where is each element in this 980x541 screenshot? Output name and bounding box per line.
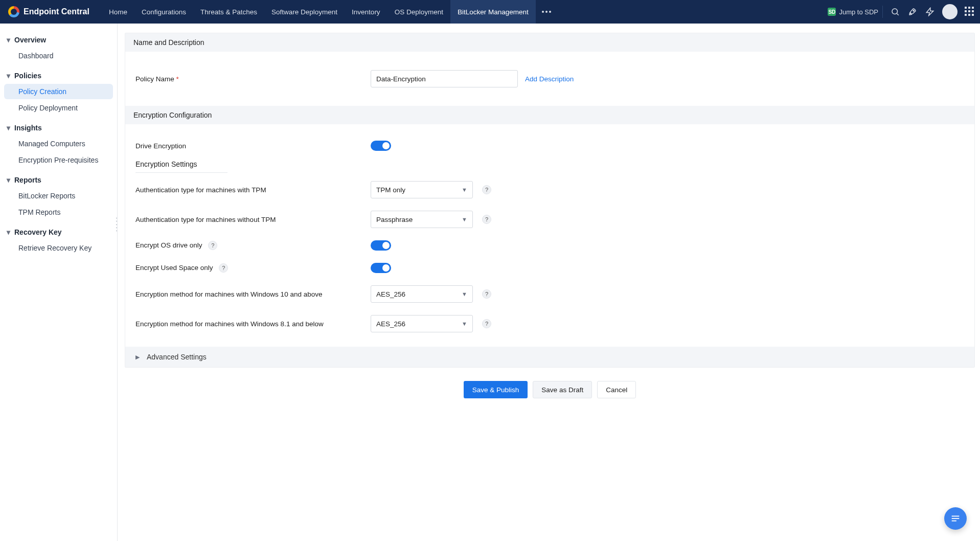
policy-name-input[interactable]	[371, 70, 518, 87]
policy-name-label: Policy Name	[135, 75, 371, 83]
svg-marker-3	[926, 8, 933, 16]
brand[interactable]: Endpoint Central	[8, 6, 89, 17]
drive-encryption-label: Drive Encryption	[135, 142, 371, 150]
select-value: Passphrase	[376, 216, 413, 223]
chevron-down-icon: ▼	[462, 321, 467, 327]
jump-to-sdp[interactable]: SD Jump to SDP	[828, 6, 883, 18]
encrypt-used-space-toggle[interactable]	[371, 263, 391, 273]
sidebar-item-dashboard[interactable]: Dashboard	[4, 48, 113, 63]
chevron-right-icon: ▶	[135, 354, 140, 360]
search-icon[interactable]	[890, 7, 900, 17]
sidebar-group-label: Insights	[14, 124, 42, 132]
help-icon[interactable]: ?	[482, 319, 491, 328]
sidebar-item-retrieve-recovery-key[interactable]: Retrieve Recovery Key	[4, 240, 113, 256]
drive-encryption-toggle[interactable]	[371, 141, 391, 151]
add-description-link[interactable]: Add Description	[525, 75, 574, 83]
select-value: AES_256	[376, 320, 405, 328]
help-fab[interactable]	[944, 507, 967, 530]
sidebar-group-recovery-key[interactable]: ▾ Recovery Key	[0, 225, 117, 239]
nav-more[interactable]	[536, 0, 557, 24]
sidebar-item-bitlocker-reports[interactable]: BitLocker Reports	[4, 188, 113, 204]
jump-label: Jump to SDP	[839, 8, 878, 16]
help-icon[interactable]: ?	[482, 215, 491, 224]
help-icon[interactable]: ?	[208, 241, 217, 250]
chevron-down-icon: ▾	[5, 177, 11, 183]
save-publish-button[interactable]: Save & Publish	[464, 381, 528, 398]
help-icon[interactable]: ?	[482, 289, 491, 299]
save-draft-button[interactable]: Save as Draft	[533, 381, 592, 398]
encrypt-os-only-label: Encrypt OS drive only ?	[135, 241, 371, 250]
top-nav: Endpoint Central Home Configurations Thr…	[0, 0, 980, 24]
cancel-button[interactable]: Cancel	[597, 381, 636, 398]
advanced-settings-toggle[interactable]: ▶ Advanced Settings	[125, 347, 974, 367]
encrypt-used-space-label: Encrypt Used Space only ?	[135, 263, 371, 273]
brand-logo-icon	[8, 6, 19, 17]
nav-threats-patches[interactable]: Threats & Patches	[193, 0, 264, 24]
method-win10-label: Encryption method for machines with Wind…	[135, 290, 371, 298]
select-value: TPM only	[376, 186, 405, 194]
chevron-down-icon: ▼	[462, 187, 467, 193]
nav-bitlocker-management[interactable]: BitLocker Management	[450, 0, 536, 24]
auth-without-tpm-select[interactable]: Passphrase ▼	[371, 211, 473, 228]
nav-os-deployment[interactable]: OS Deployment	[388, 0, 450, 24]
chevron-down-icon: ▾	[5, 37, 11, 43]
content: Name and Description Policy Name Add Des…	[118, 24, 980, 541]
help-icon[interactable]: ?	[219, 263, 228, 273]
encrypt-os-only-toggle[interactable]	[371, 240, 391, 251]
sidebar-group-reports[interactable]: ▾ Reports	[0, 173, 117, 187]
sidebar-item-encryption-prereq[interactable]: Encryption Pre-requisites	[4, 152, 113, 168]
apps-grid-icon[interactable]	[965, 7, 975, 17]
svg-point-2	[913, 10, 914, 11]
select-value: AES_256	[376, 290, 405, 298]
chevron-down-icon: ▼	[462, 291, 467, 297]
auth-without-tpm-label: Authentication type for machines without…	[135, 216, 371, 223]
nav-home[interactable]: Home	[102, 0, 134, 24]
section-encryption-config: Encryption Configuration	[125, 106, 974, 124]
chevron-down-icon: ▾	[5, 229, 11, 235]
method-win81-select[interactable]: AES_256 ▼	[371, 315, 473, 332]
sidebar-item-tpm-reports[interactable]: TPM Reports	[4, 205, 113, 220]
sidebar-group-label: Recovery Key	[14, 228, 62, 236]
nav-configurations[interactable]: Configurations	[134, 0, 193, 24]
auth-with-tpm-select[interactable]: TPM only ▼	[371, 181, 473, 198]
action-bar: Save & Publish Save as Draft Cancel	[125, 368, 975, 403]
sidebar-item-policy-deployment[interactable]: Policy Deployment	[4, 100, 113, 116]
sidebar: ▾ Overview Dashboard ▾ Policies Policy C…	[0, 24, 118, 541]
nav-inventory[interactable]: Inventory	[345, 0, 388, 24]
section-name-description: Name and Description	[125, 33, 974, 52]
sidebar-collapse-handle[interactable]	[116, 218, 118, 231]
sidebar-group-label: Overview	[14, 36, 46, 44]
method-win81-label: Encryption method for machines with Wind…	[135, 320, 371, 328]
sidebar-item-policy-creation[interactable]: Policy Creation	[4, 84, 113, 99]
chevron-down-icon: ▾	[5, 73, 11, 79]
chevron-down-icon: ▼	[462, 216, 467, 222]
sdp-icon: SD	[828, 8, 836, 16]
ellipsis-icon	[542, 11, 551, 13]
encryption-settings-title: Encryption Settings	[135, 157, 227, 173]
nav-software-deployment[interactable]: Software Deployment	[264, 0, 345, 24]
nav-items: Home Configurations Threats & Patches So…	[102, 0, 557, 24]
method-win10-select[interactable]: AES_256 ▼	[371, 285, 473, 303]
sidebar-group-insights[interactable]: ▾ Insights	[0, 121, 117, 135]
sidebar-item-managed-computers[interactable]: Managed Computers	[4, 136, 113, 151]
svg-line-1	[897, 13, 898, 15]
advanced-settings-label: Advanced Settings	[147, 353, 207, 361]
brand-name: Endpoint Central	[24, 7, 89, 16]
sidebar-group-label: Policies	[14, 72, 41, 80]
avatar[interactable]	[942, 4, 958, 19]
topnav-right: SD Jump to SDP	[828, 4, 975, 19]
svg-point-0	[892, 9, 898, 14]
bolt-icon[interactable]	[925, 7, 935, 17]
sidebar-group-policies[interactable]: ▾ Policies	[0, 69, 117, 83]
sidebar-group-overview[interactable]: ▾ Overview	[0, 33, 117, 47]
rocket-icon[interactable]	[907, 7, 918, 17]
sidebar-group-label: Reports	[14, 176, 41, 184]
auth-with-tpm-label: Authentication type for machines with TP…	[135, 186, 371, 194]
policy-panel: Name and Description Policy Name Add Des…	[125, 33, 975, 368]
help-icon[interactable]: ?	[482, 185, 491, 194]
chevron-down-icon: ▾	[5, 125, 11, 131]
